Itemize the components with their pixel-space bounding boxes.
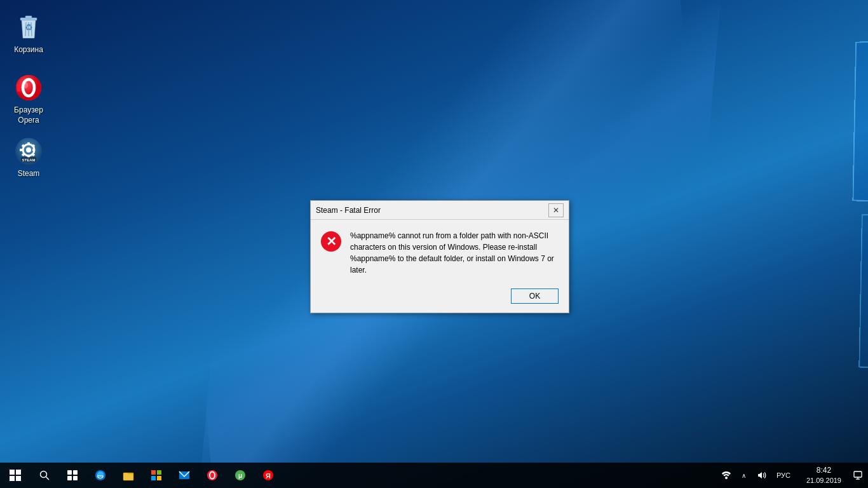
desktop-icon-steam[interactable]: STEAM Steam [3, 133, 54, 182]
opera-label: Браузер Opera [14, 105, 43, 125]
recycle-bin-label: Корзина [14, 45, 43, 55]
mail-taskbar-button[interactable] [170, 463, 198, 488]
system-clock[interactable]: 8:42 21.09.2019 [800, 463, 848, 488]
svg-rect-37 [151, 470, 156, 475]
recycle-bin-icon: ♻ [13, 12, 44, 43]
svg-text:♻: ♻ [25, 22, 33, 32]
svg-rect-50 [854, 471, 862, 477]
steam-label: Steam [18, 169, 40, 179]
language-indicator[interactable]: РУС [772, 463, 795, 488]
desktop: ♻ Корзина [0, 0, 868, 488]
volume-tray-icon[interactable] [754, 463, 770, 488]
svg-rect-39 [151, 476, 156, 480]
svg-rect-25 [10, 470, 15, 475]
taskbar: μ Я ∧ [0, 463, 868, 488]
dialog-title: Steam - Fatal Error [316, 206, 548, 215]
dialog-titlebar: Steam - Fatal Error ✕ [311, 201, 569, 220]
dialog-footer: OK [311, 283, 569, 313]
svg-rect-38 [157, 470, 161, 475]
svg-text:μ: μ [238, 472, 242, 479]
svg-rect-15 [27, 142, 30, 145]
svg-rect-40 [157, 476, 161, 480]
action-center-button[interactable] [848, 463, 868, 488]
svg-point-48 [725, 477, 728, 479]
svg-point-14 [26, 147, 31, 152]
svg-rect-26 [16, 470, 21, 475]
file-explorer-taskbar-button[interactable] [114, 463, 142, 488]
svg-point-29 [41, 471, 47, 478]
dialog-body: ✕ %appname% cannot run from a folder pat… [311, 220, 569, 283]
svg-rect-33 [67, 476, 72, 480]
opera-icon [13, 72, 44, 103]
svg-rect-10 [17, 84, 20, 92]
start-button[interactable] [0, 463, 31, 488]
fatal-error-dialog: Steam - Fatal Error ✕ ✕ %appname% cannot… [310, 200, 569, 313]
svg-rect-28 [16, 476, 21, 481]
desktop-icon-opera[interactable]: Браузер Opera [3, 70, 54, 128]
utorrent-taskbar-button[interactable]: μ [226, 463, 254, 488]
svg-marker-49 [758, 472, 762, 478]
ok-button[interactable]: OK [511, 288, 559, 304]
dialog-message: %appname% cannot run from a folder path … [350, 230, 559, 276]
system-tray: ∧ РУС [714, 463, 800, 488]
clock-date: 21.09.2019 [806, 476, 841, 485]
svg-rect-18 [32, 149, 35, 151]
error-icon: ✕ [321, 231, 341, 252]
svg-rect-27 [10, 476, 15, 481]
svg-rect-1 [25, 16, 32, 18]
clock-time: 8:42 [817, 465, 831, 476]
svg-rect-31 [67, 470, 72, 475]
svg-text:STEAM: STEAM [22, 158, 36, 162]
desktop-icon-recycle-bin[interactable]: ♻ Корзина [3, 10, 54, 58]
chevron-tray-icon[interactable]: ∧ [736, 463, 752, 488]
store-taskbar-button[interactable] [142, 463, 170, 488]
yandex-taskbar-button[interactable]: Я [254, 463, 282, 488]
svg-rect-17 [20, 149, 22, 151]
svg-rect-11 [37, 84, 40, 92]
edge-taskbar-button[interactable] [86, 463, 114, 488]
search-button[interactable] [31, 463, 58, 488]
steam-icon: STEAM [13, 136, 44, 166]
network-tray-icon[interactable] [719, 463, 734, 488]
svg-rect-32 [73, 470, 78, 475]
svg-text:Я: Я [266, 472, 271, 480]
dialog-close-button[interactable]: ✕ [548, 203, 564, 217]
task-view-button[interactable] [58, 463, 86, 488]
svg-rect-34 [73, 476, 78, 480]
opera-taskbar-button[interactable] [198, 463, 226, 488]
svg-line-30 [46, 477, 50, 480]
